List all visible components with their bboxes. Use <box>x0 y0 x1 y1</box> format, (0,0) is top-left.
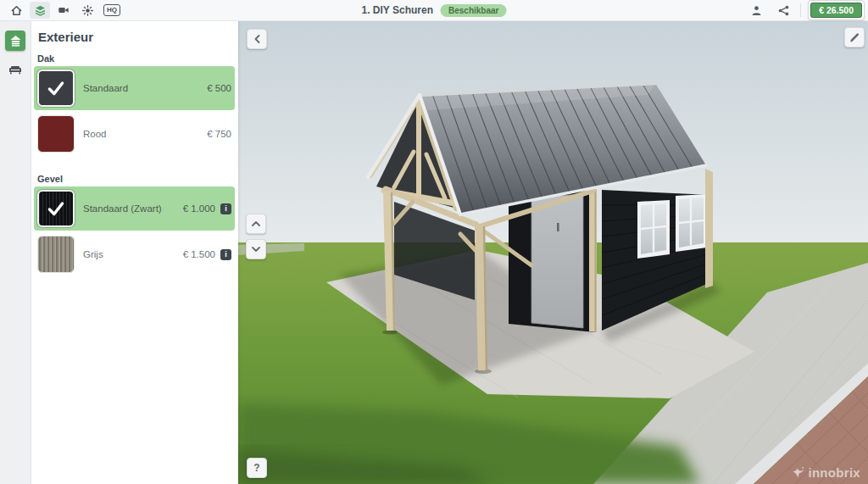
camera-button[interactable] <box>53 2 74 19</box>
home-button[interactable] <box>6 2 26 19</box>
share-icon <box>778 5 789 16</box>
swatch-gevel-grijs <box>37 236 75 273</box>
info-icon[interactable]: i <box>220 249 231 260</box>
section-gevel-label: Gevel <box>37 174 238 184</box>
collapse-panel-button[interactable] <box>247 29 267 49</box>
sun-icon <box>82 5 93 16</box>
left-rail <box>0 20 31 484</box>
shed-door <box>531 194 583 328</box>
chevron-up-icon <box>252 220 260 227</box>
option-gevel-standaard-zwart[interactable]: Standaard (Zwart) € 1.000 i <box>34 186 235 231</box>
watermark-text: innobrix <box>808 465 860 480</box>
shed-icon <box>9 35 22 47</box>
option-price: € 1.000 <box>183 203 215 214</box>
option-label: Standaard (Zwart) <box>83 203 162 214</box>
option-label: Rood <box>83 129 107 139</box>
couch-icon <box>8 65 22 75</box>
swatch-dak-standaard <box>37 70 75 107</box>
3d-scene[interactable] <box>238 20 868 484</box>
window-left <box>637 200 670 259</box>
toolbar-center-group: 1. DIY Schuren Beschikbaar <box>362 0 507 20</box>
layers-button[interactable] <box>30 2 50 19</box>
option-label: Standaard <box>83 83 128 93</box>
hq-quality-toggle[interactable]: HQ <box>103 4 120 16</box>
option-dak-standaard[interactable]: Standaard € 500 <box>34 66 235 110</box>
3d-viewport[interactable]: ? innobrix <box>238 20 868 484</box>
help-button[interactable]: ? <box>247 458 267 478</box>
furniture-tab[interactable] <box>5 65 25 75</box>
user-button[interactable] <box>746 2 766 19</box>
innobrix-logo-icon <box>791 465 805 480</box>
window-right <box>676 194 707 252</box>
user-icon <box>751 5 762 16</box>
section-dak: Dak Standaard € 500 Rood € 750 <box>31 53 238 156</box>
total-price-button[interactable]: € 26.500 <box>810 3 862 18</box>
option-gevel-grijs[interactable]: Grijs € 1.500 i <box>34 232 235 276</box>
post-shadow <box>382 330 398 334</box>
home-icon <box>11 5 22 16</box>
measure-pen-icon <box>849 32 860 42</box>
chevron-down-icon <box>252 246 260 253</box>
sun-button[interactable] <box>77 2 97 19</box>
toolbar-divider <box>800 3 801 17</box>
option-price: € 1.500 <box>183 249 215 259</box>
innobrix-configurator: HQ 1. DIY Schuren Beschikbaar <box>0 0 868 484</box>
layers-icon <box>35 5 46 16</box>
info-icon[interactable]: i <box>220 203 231 214</box>
project-title: 1. DIY Schuren <box>362 4 433 16</box>
floor-down-button[interactable] <box>246 239 266 259</box>
checkmark-icon <box>45 77 67 99</box>
panel-title: Exterieur <box>38 30 238 44</box>
exterior-config-tab[interactable] <box>5 31 25 51</box>
option-price: € 750 <box>207 129 231 139</box>
corner-post-far <box>705 169 713 288</box>
toolbar-right-group: € 26.500 <box>746 0 868 20</box>
top-toolbar: HQ 1. DIY Schuren Beschikbaar <box>0 0 868 21</box>
door-handle <box>557 223 559 231</box>
option-label: Grijs <box>83 249 103 259</box>
toolbar-left-group: HQ <box>0 2 120 19</box>
options-panel: Exterieur Dak Standaard € 500 Rood € 750… <box>31 20 238 484</box>
swatch-gevel-zwart <box>37 190 75 227</box>
section-dak-label: Dak <box>37 53 238 64</box>
measure-tool-button[interactable] <box>844 27 865 47</box>
option-dak-rood[interactable]: Rood € 750 <box>34 112 235 156</box>
status-badge: Beschikbaar <box>441 4 506 17</box>
section-gevel: Gevel Standaard (Zwart) € 1.000 i Grijs … <box>31 174 238 276</box>
innobrix-watermark: innobrix <box>791 465 860 480</box>
swatch-dak-rood <box>37 115 75 153</box>
chevron-left-icon <box>253 35 261 43</box>
floor-up-button[interactable] <box>246 214 266 234</box>
share-button[interactable] <box>773 2 793 19</box>
checkmark-icon <box>45 197 67 220</box>
price-button-container: € 26.500 <box>808 0 865 20</box>
video-camera-icon <box>58 5 70 15</box>
option-price: € 500 <box>207 83 231 93</box>
